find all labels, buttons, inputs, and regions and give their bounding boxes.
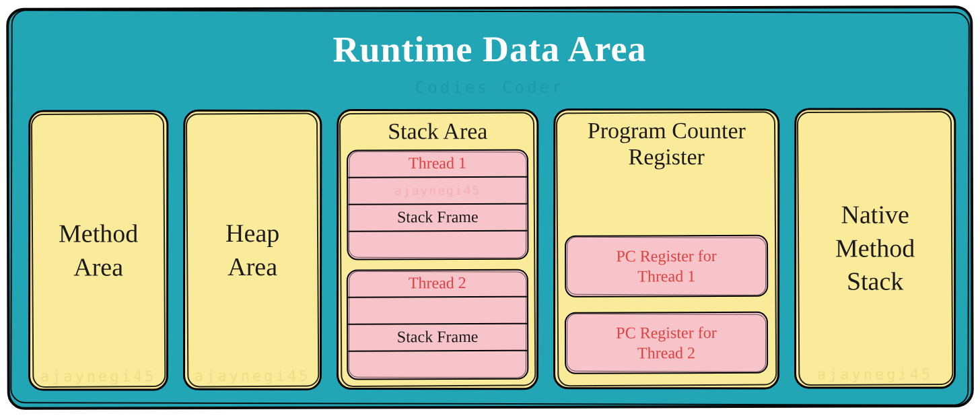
stack-area-box: Stack Area Thread 1 ajaynegi45 Stack Fra… [337, 109, 538, 390]
pc-register-thread-2: PC Register for Thread 2 [565, 312, 768, 374]
thread-2-watermark [348, 298, 527, 325]
thread-1-block: Thread 1 ajaynegi45 Stack Frame [347, 149, 529, 260]
method-area-label: Method Area [59, 217, 138, 284]
watermark-author: ajaynegi45 [37, 368, 160, 384]
thread-2-frame-label: Stack Frame [348, 324, 527, 352]
runtime-data-area-container: Runtime Data Area Codies Coder Method Ar… [6, 5, 974, 410]
thread-1-watermark: ajaynegi45 [348, 178, 527, 205]
watermark-author: ajaynegi45 [192, 368, 313, 384]
areas-row: Method Area ajaynegi45 Heap Area ajayneg… [28, 108, 952, 391]
diagram-title: Runtime Data Area [9, 8, 970, 71]
stack-area-label: Stack Area [388, 118, 487, 144]
thread-2-block: Thread 2 Stack Frame [347, 269, 529, 380]
heap-area-label: Heap Area [225, 217, 279, 283]
pc-register-thread-1: PC Register for Thread 1 [565, 235, 768, 298]
thread-1-frame-label: Stack Frame [348, 205, 527, 232]
pc-register-label: Program Counter Register [588, 117, 746, 170]
thread-2-title: Thread 2 [348, 271, 527, 298]
thread-2-empty-row [348, 351, 527, 379]
method-area-box: Method Area ajaynegi45 [28, 110, 168, 390]
heap-area-box: Heap Area ajaynegi45 [183, 110, 322, 390]
pc-register-box: Program Counter Register PC Register for… [553, 108, 779, 389]
pc-register-list: PC Register for Thread 1 PC Register for… [565, 235, 768, 374]
thread-1-empty-row [348, 232, 527, 259]
native-method-stack-box: Native Method Stack ajaynegi45 [794, 108, 956, 388]
watermark-brand: Codies Coder [9, 77, 970, 98]
native-method-stack-label: Native Method Stack [835, 199, 915, 298]
thread-1-title: Thread 1 [348, 151, 527, 178]
watermark-author: ajaynegi45 [803, 365, 947, 382]
